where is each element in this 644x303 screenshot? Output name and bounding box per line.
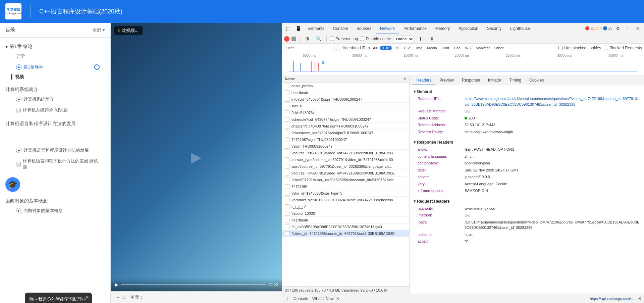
chat-avatar[interactable]: 🎓 [5, 177, 20, 192]
more-icon[interactable]: ⋮ [623, 24, 633, 33]
network-body: Name ✕ basic_profile/ heartbeat/ [282, 75, 644, 294]
req-heartbeat-2[interactable]: heartbeat/ [282, 217, 409, 223]
req-status[interactable]: status/ [282, 103, 409, 109]
req-cd[interactable]: ?c_d=30BB198AD98E3C0E9C33DC5901307461&lg… [282, 223, 409, 230]
section-ch1-guide[interactable]: ▶ 第1章导学 [5, 62, 105, 72]
filter-media[interactable]: Media [425, 46, 439, 50]
general-section-title[interactable]: ▾ General [414, 88, 640, 95]
req-stgp[interactable]: s_t_g_p/ [282, 203, 409, 210]
detail-tab-headers[interactable]: Headers [412, 75, 435, 85]
request-headers-title[interactable]: ▾ Request Headers [414, 198, 640, 205]
tab-network[interactable]: Network [376, 23, 399, 34]
section-lang-video[interactable]: ▶ 计算机语言和程序设计方法的发展 [5, 145, 105, 156]
stop-button[interactable] [291, 37, 296, 41]
req-method: :method: GET [414, 212, 640, 219]
req-answer-type[interactable]: answer_type?course_id=697791&video_id=74… [282, 156, 409, 163]
req-7472198-sign[interactable]: 7472198?sign=THU08091000247 [282, 136, 409, 143]
search-icon[interactable]: 🔍 [314, 34, 323, 44]
chapter-lang-history-header[interactable]: 计算机语言和程序设计方法的发展 [5, 119, 105, 128]
section-computer-test[interactable]: 📄 计算机系统简介 测试题 [5, 105, 105, 115]
req-7472198[interactable]: 7472198/ [282, 183, 409, 190]
whats-new-tab[interactable]: What's New ✕ [312, 296, 339, 301]
req-video-course-selected[interactable]: ?video_id=7472198&course_id=697791&ccid=… [282, 230, 409, 237]
filter-all[interactable]: All [371, 46, 379, 50]
hide-data-urls-checkbox[interactable]: Hide data URLs [336, 46, 370, 50]
devtools-cursor-icon[interactable]: ⬚ [283, 24, 293, 33]
record-button[interactable] [284, 36, 289, 42]
filter-input[interactable] [284, 45, 334, 51]
disable-cache-checkbox[interactable]: Disable cache [360, 37, 391, 41]
req-cid[interactable]: ?cid=5430764 [282, 109, 409, 116]
section-daoxue[interactable]: 导学 [5, 51, 105, 62]
chapter-oop-header[interactable]: 面向对象的基本概念 [5, 197, 105, 205]
throttle-select[interactable]: Online [393, 36, 414, 42]
tab-application[interactable]: Application [454, 23, 482, 34]
req-cid-user[interactable]: ?cid=697791&user_id=30282398&classroom_i… [282, 176, 409, 183]
timeline-bars [282, 59, 644, 73]
export-icon[interactable]: ⬇ [427, 34, 437, 44]
filter-icon[interactable]: ⚗ [303, 34, 312, 44]
req-sku[interactable]: ?sku_id=1943823&use_type=3 [282, 190, 409, 197]
request-method-row: Request Method: GET [414, 108, 640, 115]
filter-font[interactable]: Font [440, 46, 451, 50]
devtools-device-icon[interactable]: 📱 [293, 24, 303, 33]
req-word[interactable]: word?course_id=697791&user_id=30282398&l… [282, 163, 409, 170]
req-basic-profile[interactable]: basic_profile/ [282, 83, 409, 89]
section-oop-video[interactable]: ▶ 面向对象的基本概念 [5, 205, 105, 216]
console-tab[interactable]: Console [293, 296, 308, 301]
has-blocked-cookies-checkbox[interactable]: Has blocked cookies [558, 46, 601, 50]
preserve-log-checkbox[interactable]: Preserve log [330, 37, 358, 41]
tab-sources[interactable]: Sources [353, 23, 375, 34]
filter-xhr[interactable]: XHR [380, 46, 392, 50]
req-classroom[interactable]: ?classroom_id=5430764&sign=THU0809100024… [282, 130, 409, 136]
req-course-video-2[interactable]: ?course_id=697791&video_id=7472198&ccid=… [282, 170, 409, 176]
video-progress[interactable] [121, 284, 266, 285]
req-info[interactable]: info?cid=5430764&sign=THU08091000247 [282, 96, 409, 103]
play-button[interactable]: ▶ [115, 282, 118, 287]
detail-tab-timing[interactable]: Timing [505, 75, 525, 85]
filter-js[interactable]: JS [393, 46, 401, 50]
section-lang-test[interactable]: 📄 计算机语言和程序设计方法的发展 测试题 [5, 156, 105, 172]
chapter-1: ▾ 第1章 绪论 导学 ▶ 第1章导学 [0, 40, 110, 83]
detail-tab-cookies[interactable]: Cookies [525, 75, 548, 85]
filter-other[interactable]: Other [493, 46, 505, 50]
tab-security[interactable]: Security [483, 23, 505, 34]
detail-tab-response[interactable]: Response [458, 75, 484, 85]
req-chapter[interactable]: chapter?cid=5430764&sign=THU08091000247 [282, 123, 409, 130]
req-heartbeat-1[interactable]: heartbeat/ [282, 89, 409, 96]
req-sign[interactable]: ?sign=THU08091000247 [282, 143, 409, 150]
whats-new-close[interactable]: ✕ [336, 296, 339, 301]
filter-css[interactable]: CSS [402, 46, 413, 50]
blocked-requests-checkbox[interactable]: Blocked Requests [604, 46, 642, 50]
detail-tab-preview[interactable]: Preview [435, 75, 458, 85]
sidebar-filter[interactable]: 全部 ▾ [93, 27, 105, 33]
req-product-sign[interactable]: ?product_sign=THU08091000247&leaf_id=747… [282, 197, 409, 203]
filter-bar: Hide data URLs All XHR JS CSS Img Media … [282, 44, 644, 52]
filter-ws[interactable]: WS [464, 46, 473, 50]
tab-elements[interactable]: Elements [304, 23, 328, 34]
tab-performance[interactable]: Performance [399, 23, 431, 34]
status-code-row: Status Code: 200 [414, 115, 640, 122]
chapter-computer-systems-header[interactable]: 计算机系统简介 [5, 85, 105, 94]
chapter-1-header[interactable]: ▾ 第1章 绪论 [5, 42, 105, 51]
response-headers-title[interactable]: ▾ Response Headers [414, 139, 640, 146]
filter-img[interactable]: Img [415, 46, 424, 50]
tab-lighthouse[interactable]: Lighthouse [506, 23, 534, 34]
chat-avatar-row: 🎓 [0, 174, 110, 195]
close-icon[interactable]: ✕ [633, 24, 643, 33]
tab-memory[interactable]: Memory [431, 23, 454, 34]
import-icon[interactable]: ⬆ [416, 34, 425, 44]
tab-console[interactable]: Console [329, 23, 352, 34]
detail-close-button[interactable]: ✕ [403, 77, 407, 81]
settings-icon[interactable]: ⚙ [613, 24, 623, 33]
section-computer-intro[interactable]: ▶ 计算机系统简介 [5, 94, 105, 105]
filter-doc[interactable]: Doc [452, 46, 462, 50]
detail-tab-initiator[interactable]: Initiator [484, 75, 505, 85]
resp-date: date: Sun, 22 Nov 2020 14:27:17 GMT [414, 167, 640, 174]
chat-close-button[interactable]: ✕ [85, 294, 89, 301]
req-course-video-1[interactable]: ?course_id=697791&video_id=7472198&ccid=… [282, 150, 409, 156]
devtools-close-right[interactable]: ✕ [638, 296, 641, 301]
req-schedule[interactable]: schedule?cid=5430764&sign=THU08091000247 [282, 116, 409, 123]
filter-manifest[interactable]: Manifest [474, 46, 491, 50]
req-appid[interactable]: ?appid=10000 [282, 210, 409, 217]
